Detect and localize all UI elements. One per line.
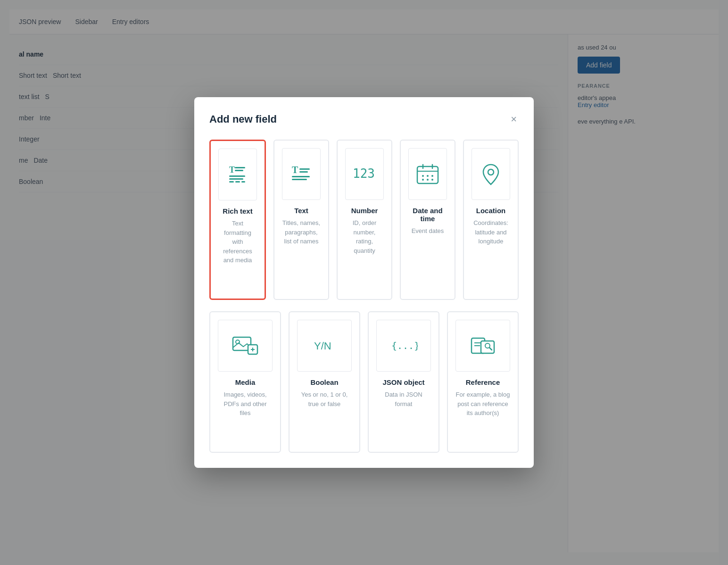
svg-point-23 — [431, 179, 433, 181]
svg-text:T: T — [229, 165, 235, 174]
svg-rect-35 — [481, 341, 494, 353]
svg-rect-3 — [229, 175, 245, 177]
datetime-label: Date and time — [408, 207, 447, 223]
location-label: Location — [476, 207, 506, 215]
boolean-icon: Y/N — [310, 332, 339, 360]
reference-label: Reference — [466, 378, 500, 386]
field-card-rich-text[interactable]: T Rich text Text formatting with referen… — [209, 140, 266, 300]
json-desc: Data in JSON format — [376, 390, 431, 408]
field-card-date-time[interactable]: Date and time Event dates — [400, 140, 455, 300]
svg-text:Y/N: Y/N — [314, 340, 331, 352]
number-label: Number — [351, 207, 378, 215]
svg-rect-4 — [229, 178, 243, 180]
svg-point-18 — [422, 175, 424, 177]
field-card-boolean-icon-box: Y/N — [297, 320, 352, 372]
field-card-media[interactable]: Media Images, videos, PDFs and other fil… — [209, 311, 281, 453]
location-desc: Coordinates: latitude and longitude — [472, 218, 510, 246]
number-desc: ID, order number, rating, quantity — [345, 218, 384, 255]
field-row-2: Media Images, videos, PDFs and other fil… — [209, 311, 519, 453]
svg-point-19 — [427, 175, 429, 177]
add-new-field-modal: Add new field × T — [194, 97, 534, 468]
field-card-reference-icon-box — [455, 320, 510, 372]
field-card-text-icon-box: T — [282, 148, 321, 200]
rich-text-icon: T — [223, 160, 252, 189]
reference-icon — [469, 332, 497, 360]
svg-text:123: 123 — [353, 166, 375, 181]
field-card-boolean[interactable]: Y/N Boolean Yes or no, 1 or 0, true or f… — [289, 311, 360, 453]
svg-rect-2 — [235, 170, 243, 171]
rich-text-desc: Text formatting with references and medi… — [218, 219, 257, 265]
boolean-label: Boolean — [310, 378, 338, 386]
field-type-grid: T Rich text Text formatting with referen… — [209, 140, 519, 453]
svg-rect-10 — [299, 171, 308, 173]
field-card-json-object[interactable]: {...} JSON object Data in JSON format — [368, 311, 439, 453]
json-icon: {...} — [389, 332, 418, 360]
modal-header: Add new field × — [209, 112, 519, 126]
field-card-rich-text-icon-box: T — [218, 149, 257, 200]
svg-text:T: T — [292, 165, 298, 175]
datetime-icon — [414, 160, 442, 188]
boolean-desc: Yes or no, 1 or 0, true or false — [297, 390, 352, 408]
svg-point-20 — [431, 175, 433, 177]
svg-point-21 — [422, 179, 424, 181]
svg-point-22 — [427, 179, 429, 181]
text-label: Text — [294, 207, 308, 215]
svg-rect-5 — [229, 181, 234, 183]
reference-desc: For example, a blog post can reference i… — [455, 390, 510, 418]
svg-point-24 — [488, 169, 494, 175]
text-desc: Titles, names, paragraphs, list of names — [282, 218, 321, 246]
field-row-1: T Rich text Text formatting with referen… — [209, 140, 519, 300]
field-card-number-icon-box: 123 — [345, 148, 384, 200]
svg-rect-9 — [299, 168, 310, 170]
json-label: JSON object — [382, 378, 424, 386]
svg-text:{...}: {...} — [391, 340, 418, 351]
rich-text-label: Rich text — [223, 207, 252, 215]
datetime-desc: Event dates — [412, 226, 444, 236]
location-icon — [477, 160, 505, 188]
field-card-text[interactable]: T Text Titles, names, paragraphs, list o… — [273, 140, 329, 300]
field-card-number[interactable]: 123 Number ID, order number, rating, qua… — [337, 140, 392, 300]
field-card-location-icon-box — [472, 148, 510, 200]
modal-title: Add new field — [209, 113, 277, 125]
field-card-location[interactable]: Location Coordinates: latitude and longi… — [463, 140, 519, 300]
number-icon: 123 — [350, 160, 379, 188]
svg-rect-7 — [241, 181, 245, 183]
media-icon — [231, 332, 259, 360]
field-card-json-icon-box: {...} — [376, 320, 431, 372]
svg-rect-11 — [292, 176, 310, 177]
field-card-reference[interactable]: Reference For example, a blog post can r… — [447, 311, 519, 453]
modal-close-button[interactable]: × — [509, 112, 519, 126]
svg-rect-1 — [235, 167, 245, 168]
svg-rect-12 — [292, 179, 307, 180]
modal-overlay: Add new field × T — [0, 0, 728, 565]
field-card-datetime-icon-box — [408, 148, 447, 200]
field-card-media-icon-box — [218, 320, 273, 372]
svg-rect-6 — [235, 181, 240, 183]
media-label: Media — [235, 378, 256, 386]
text-icon: T — [287, 160, 315, 188]
media-desc: Images, videos, PDFs and other files — [218, 390, 273, 418]
